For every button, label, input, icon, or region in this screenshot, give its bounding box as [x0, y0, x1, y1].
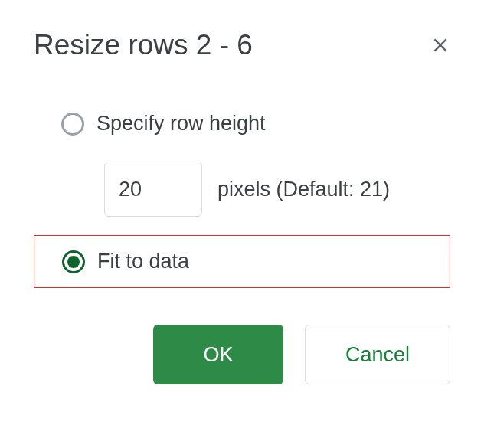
resize-rows-dialog: Resize rows 2 - 6 Specify row height pix…	[0, 0, 484, 415]
dialog-header: Resize rows 2 - 6	[34, 29, 450, 61]
ok-button[interactable]: OK	[153, 325, 283, 384]
cancel-button[interactable]: Cancel	[305, 325, 450, 384]
option-fit-row[interactable]: Fit to data	[34, 235, 450, 288]
radio-fit-to-data[interactable]	[62, 250, 85, 273]
radio-specify-height[interactable]	[61, 113, 84, 136]
height-input-row: pixels (Default: 21)	[104, 162, 450, 217]
dialog-title: Resize rows 2 - 6	[34, 29, 253, 61]
radio-specify-label: Specify row height	[96, 112, 266, 136]
row-height-input[interactable]	[104, 162, 202, 217]
height-input-suffix: pixels (Default: 21)	[217, 178, 390, 201]
close-icon[interactable]	[430, 35, 450, 55]
option-specify-row[interactable]: Specify row height	[34, 104, 450, 143]
radio-fit-label: Fit to data	[97, 250, 189, 273]
dialog-button-row: OK Cancel	[153, 325, 450, 384]
